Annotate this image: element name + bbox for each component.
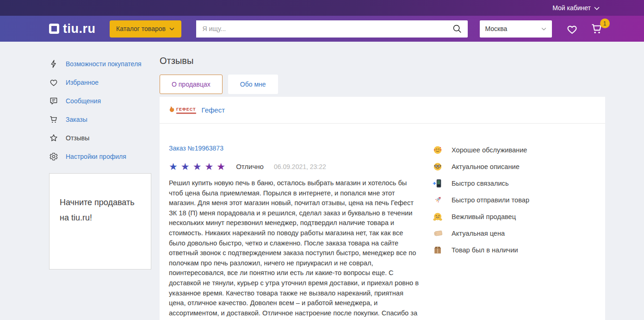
tag-label: Быстро отправили товар — [452, 196, 529, 204]
topbar: Мой кабинет — [0, 0, 644, 16]
lightning-icon — [49, 59, 58, 69]
catalog-button-label: Каталог товаров — [116, 25, 166, 32]
catalog-button[interactable]: Каталог товаров — [110, 20, 181, 38]
message-icon — [49, 96, 58, 106]
logo-square-icon — [49, 24, 59, 34]
tag-label: Актуальное описание — [452, 163, 520, 170]
sidebar-item-orders[interactable]: Заказы — [49, 110, 151, 129]
review-row: Заказ №19963873 Отлично 06.09.2021, 23:2… — [169, 124, 596, 320]
rating-label: Отлично — [236, 163, 264, 170]
search-bar — [196, 20, 468, 38]
seller-logo-underline — [176, 113, 196, 114]
account-label: Мой кабинет — [552, 4, 591, 12]
package-icon — [433, 245, 443, 255]
tag-label: Быстро связались — [452, 180, 509, 187]
seller-logo-text: ГЕФЕСТ — [176, 107, 196, 112]
star-icon — [169, 162, 178, 171]
hugging-face-icon — [433, 212, 443, 222]
reviews-page: Отзывы О продавцах Обо мне ГЕФЕСТ Гефест — [160, 42, 605, 320]
logo-text: tiu.ru — [63, 22, 96, 36]
phone-with-arrow-icon — [433, 178, 443, 188]
search-button[interactable] — [446, 20, 468, 38]
cart-icon — [49, 115, 58, 124]
seller-logo[interactable]: ГЕФЕСТ — [169, 106, 196, 114]
tab-about-sellers[interactable]: О продавцах — [160, 75, 223, 94]
rocket-icon — [433, 195, 443, 205]
nerd-face-icon — [433, 162, 443, 172]
smiling-face-with-hearts-icon — [433, 145, 443, 155]
tag-accurate-price: Актуальная цена — [433, 228, 529, 238]
seller-logo-text-block: ГЕФЕСТ — [176, 107, 196, 114]
city-select[interactable]: Москва — [480, 20, 552, 38]
chevron-down-icon — [541, 27, 546, 31]
sidebar-item-label: Сообщения — [66, 97, 101, 105]
seller-link[interactable]: Гефест — [202, 106, 225, 114]
review-card: ГЕФЕСТ Гефест Заказ №19963873 — [160, 97, 605, 320]
review-text: Решил купить новую печь в баню, осталось… — [169, 178, 421, 320]
sidebar-item-messages[interactable]: Сообщения — [49, 92, 151, 110]
cart-count-badge: 1 — [600, 19, 610, 28]
heart-icon — [49, 78, 58, 87]
tag-polite-seller: Вежливый продавец — [433, 212, 529, 222]
review-date: 06.09.2021, 23:22 — [274, 163, 326, 170]
tab-about-me[interactable]: Обо мне — [228, 75, 278, 94]
star-icon — [181, 162, 190, 171]
search-input[interactable] — [196, 20, 446, 38]
sidebar-item-profile-settings[interactable]: Настройки профиля — [49, 147, 151, 166]
cart-button[interactable]: 1 — [590, 23, 603, 35]
star-icon — [193, 162, 202, 171]
tag-label: Товар был в наличии — [452, 246, 518, 254]
sidebar-item-buyer-features[interactable]: Возможности покупателя — [49, 55, 151, 73]
page-content: Возможности покупателя Избранное Сообщен… — [0, 42, 644, 320]
tag-label: Актуальная цена — [452, 230, 505, 237]
review-tags: Хорошее обслуживание Актуальное описание… — [433, 144, 529, 320]
seller-row: ГЕФЕСТ Гефест — [169, 97, 596, 123]
flame-icon — [169, 106, 175, 114]
sidebar-item-reviews[interactable]: Отзывы — [49, 129, 151, 147]
promo-card[interactable]: Начните продавать на tiu.ru! — [49, 173, 151, 270]
favorites-button[interactable] — [566, 23, 578, 35]
tag-fast-shipping: Быстро отправили товар — [433, 195, 529, 205]
promo-text: Начните продавать на tiu.ru! — [60, 195, 145, 226]
review-body: Заказ №19963873 Отлично 06.09.2021, 23:2… — [169, 144, 421, 320]
tag-label: Вежливый продавец — [452, 213, 516, 220]
rating-row: Отлично 06.09.2021, 23:22 — [169, 162, 421, 171]
sidebar-item-label: Возможности покупателя — [66, 60, 142, 68]
star-icon — [49, 133, 58, 143]
chevron-down-icon — [594, 6, 600, 10]
tag-quick-contact: Быстро связались — [433, 178, 529, 188]
chevron-down-icon — [169, 27, 174, 31]
order-link[interactable]: Заказ №19963873 — [169, 144, 223, 152]
star-icon — [217, 162, 225, 171]
sidebar-item-favorites[interactable]: Избранное — [49, 73, 151, 92]
city-label: Москва — [485, 25, 508, 32]
star-icon — [204, 162, 213, 171]
price-tag-icon — [433, 228, 443, 238]
sidebar-item-label: Заказы — [66, 116, 87, 123]
sidebar-nav: Возможности покупателя Избранное Сообщен… — [49, 55, 151, 166]
sidebar-item-label: Настройки профиля — [66, 153, 126, 160]
sidebar: Возможности покупателя Избранное Сообщен… — [49, 42, 151, 320]
tabs: О продавцах Обо мне — [160, 75, 605, 94]
main-header: tiu.ru Каталог товаров Москва 1 — [0, 16, 644, 42]
gear-icon — [49, 152, 58, 161]
tag-label: Хорошее обслуживание — [452, 146, 527, 154]
sidebar-item-label: Отзывы — [66, 134, 89, 142]
account-menu[interactable]: Мой кабинет — [552, 4, 600, 12]
tag-good-service: Хорошее обслуживание — [433, 145, 529, 155]
tiu-logo[interactable]: tiu.ru — [49, 22, 96, 36]
heart-icon — [566, 23, 578, 35]
search-icon — [452, 24, 462, 34]
sidebar-item-label: Избранное — [66, 79, 99, 86]
tag-in-stock: Товар был в наличии — [433, 245, 529, 255]
page-title: Отзывы — [160, 56, 605, 66]
tag-accurate-description: Актуальное описание — [433, 162, 529, 172]
